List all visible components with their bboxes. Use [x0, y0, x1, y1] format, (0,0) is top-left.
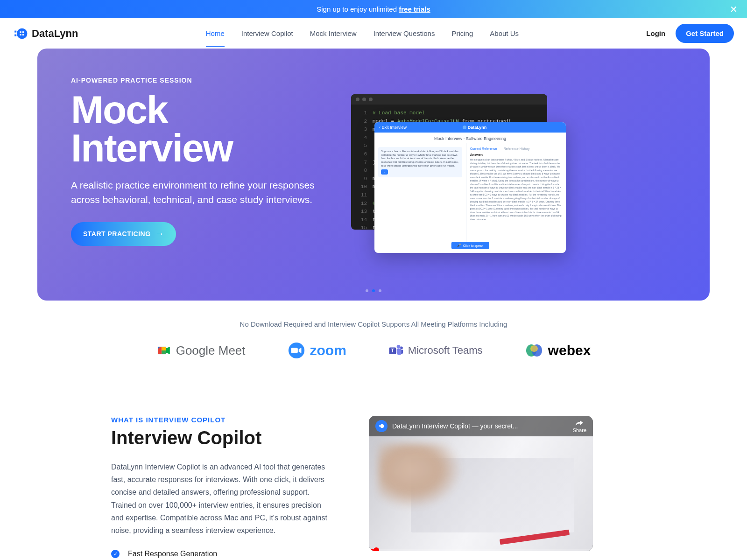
- feature-label: Fast Response Generation: [128, 550, 217, 558]
- zoom-icon: [288, 342, 305, 359]
- copilot-title: Interview Copilot: [111, 427, 331, 448]
- cta-label: START PRACTICING: [83, 230, 151, 238]
- logo[interactable]: DataLynn: [13, 26, 78, 41]
- nav-links: Home Interview Copilot Mock Interview In…: [206, 26, 519, 41]
- video-title: DataLynn Interview Copilot — your secret…: [392, 422, 568, 430]
- svg-rect-18: [379, 425, 380, 426]
- svg-point-12: [396, 345, 400, 349]
- start-practicing-button[interactable]: START PRACTICING →: [71, 222, 176, 246]
- nav-pricing[interactable]: Pricing: [451, 26, 473, 41]
- teams-icon: T: [388, 343, 403, 358]
- share-label: Share: [573, 427, 586, 433]
- nav-about-us[interactable]: About Us: [490, 26, 519, 41]
- carousel-dots: [366, 289, 381, 292]
- svg-point-16: [530, 345, 538, 352]
- share-icon: [575, 419, 584, 427]
- hero-description: A realistic practice environment to refi…: [71, 178, 318, 207]
- svg-rect-2: [14, 34, 16, 36]
- google-meet-icon: [156, 343, 171, 358]
- platform-zoom: zoom: [288, 342, 346, 359]
- platform-teams: T Microsoft Teams: [388, 343, 483, 358]
- close-icon[interactable]: ✕: [730, 5, 738, 14]
- copilot-video-wrap: DataLynn Interview Copilot — your secret…: [369, 416, 663, 551]
- promo-banner: Sign up to enjoy unlimited free trials ✕: [0, 0, 747, 18]
- copilot-eyebrow: WHAT IS INTERVIEW COPILOT: [111, 416, 331, 424]
- svg-rect-5: [20, 34, 21, 35]
- svg-rect-4: [22, 31, 24, 33]
- hero-title-l1: Mock: [71, 88, 168, 132]
- nav-right: Login Get Started: [646, 24, 734, 43]
- svg-point-13: [400, 347, 403, 350]
- platforms-logos: Google Meet zoom T Microsoft Teams: [37, 341, 710, 360]
- hero-section: AI-POWERED PRACTICE SESSION Mock Intervi…: [37, 49, 710, 301]
- feature-item: ✓ Fast Response Generation: [111, 550, 331, 558]
- svg-rect-9: [291, 348, 297, 353]
- hero-title-l2: Interview: [71, 126, 233, 170]
- carousel-dot-1[interactable]: [366, 289, 368, 292]
- arrow-right-icon: →: [155, 229, 164, 239]
- platform-webex: webex: [525, 341, 591, 360]
- nav-mock-interview[interactable]: Mock Interview: [310, 26, 357, 41]
- banner-link[interactable]: free trials: [399, 5, 430, 13]
- nav-interview-copilot[interactable]: Interview Copilot: [241, 26, 293, 41]
- hero-eyebrow: AI-POWERED PRACTICE SESSION: [71, 77, 318, 84]
- webex-icon: [525, 341, 543, 360]
- svg-rect-3: [20, 31, 21, 33]
- svg-point-17: [380, 424, 384, 428]
- carousel-dot-2[interactable]: [372, 289, 375, 292]
- svg-rect-6: [22, 34, 24, 35]
- platform-label: zoom: [310, 343, 346, 358]
- video-header: DataLynn Interview Copilot — your secret…: [369, 416, 593, 436]
- video-progress[interactable]: [369, 549, 593, 551]
- hero-title: Mock Interview: [71, 91, 318, 168]
- platform-google-meet: Google Meet: [156, 343, 246, 358]
- hero-content: AI-POWERED PRACTICE SESSION Mock Intervi…: [71, 77, 318, 280]
- login-link[interactable]: Login: [646, 29, 665, 37]
- svg-point-0: [17, 28, 27, 38]
- check-icon: ✓: [111, 550, 120, 558]
- platform-label: Google Meet: [176, 343, 246, 358]
- logo-icon: [13, 26, 28, 41]
- banner-text: Sign up to enjoy unlimited free trials: [317, 5, 430, 13]
- video-avatar-icon: [375, 420, 388, 432]
- video-player[interactable]: DataLynn Interview Copilot — your secret…: [369, 416, 593, 551]
- platform-label: Microsoft Teams: [408, 344, 483, 357]
- hero-graphics: 1# Load base model 2model = AutoModelFor…: [332, 77, 676, 280]
- get-started-button[interactable]: Get Started: [676, 24, 734, 43]
- copilot-content: WHAT IS INTERVIEW COPILOT Interview Copi…: [84, 416, 331, 558]
- copilot-description: DataLynn Interview Copilot is an advance…: [111, 461, 331, 537]
- share-button[interactable]: Share: [573, 419, 586, 433]
- svg-rect-19: [379, 427, 380, 427]
- main-nav: DataLynn Home Interview Copilot Mock Int…: [0, 18, 747, 49]
- nav-interview-questions[interactable]: Interview Questions: [374, 26, 435, 41]
- carousel-dot-3[interactable]: [379, 289, 381, 292]
- nav-home[interactable]: Home: [206, 26, 225, 41]
- platform-label: webex: [548, 343, 591, 358]
- platforms-section: No Download Required and Interview Copil…: [0, 301, 747, 374]
- platforms-text: No Download Required and Interview Copil…: [37, 320, 710, 328]
- svg-text:T: T: [391, 348, 394, 353]
- app-panel-graphic: ‹ Exit Interview DataLynn Mock Interview…: [374, 122, 566, 253]
- brand-name: DataLynn: [32, 28, 78, 40]
- copilot-section: WHAT IS INTERVIEW COPILOT Interview Copi…: [0, 374, 747, 560]
- svg-rect-1: [14, 30, 16, 32]
